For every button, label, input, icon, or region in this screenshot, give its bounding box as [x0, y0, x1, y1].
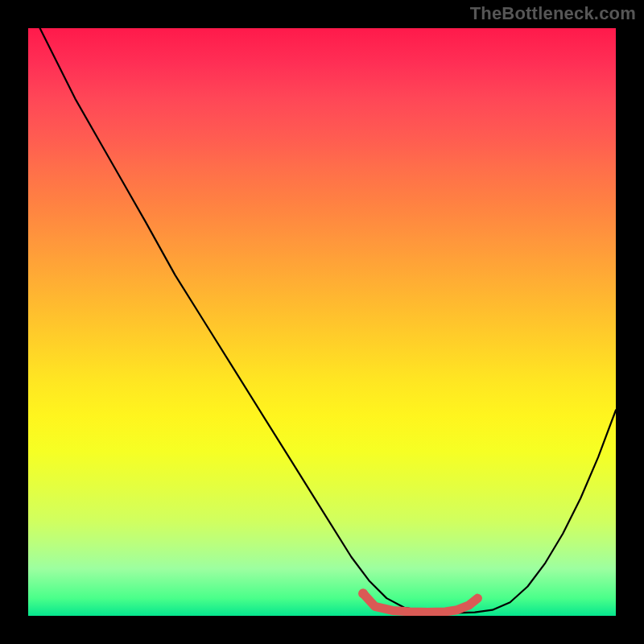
plot-area [28, 28, 616, 616]
svg-point-0 [358, 588, 368, 598]
main-curve [40, 28, 616, 613]
watermark-text: TheBottleneck.com [470, 3, 636, 24]
chart-container: TheBottleneck.com [0, 0, 644, 644]
sweet-spot-overlay [358, 588, 477, 612]
chart-svg [28, 28, 616, 616]
